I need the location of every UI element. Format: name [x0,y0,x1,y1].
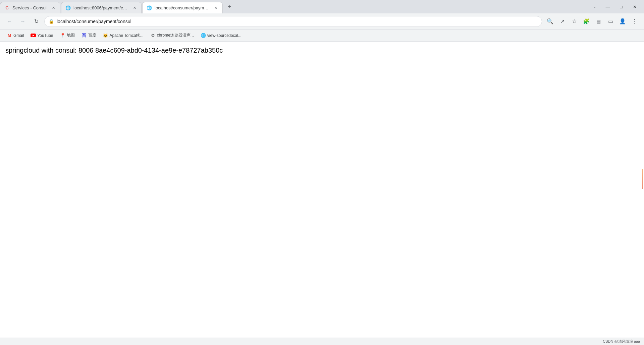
tab2-title: localhost:8006/payment/cons [73,5,129,10]
address-bar[interactable]: 🔒 localhost/consumer/payment/consul [44,16,542,27]
tab-manager-icon[interactable]: ▤ [593,16,604,27]
page-main-text: springcloud with consul: 8006 8ae4c609-a… [5,46,639,55]
tab1-favicon: C [4,5,10,11]
extensions-icon[interactable]: 🧩 [581,16,592,27]
maximize-button[interactable]: □ [614,0,628,13]
tab3-favicon: 🌐 [147,5,152,11]
bookmark-gmail[interactable]: M Gmail [4,31,26,40]
url-display: localhost/consumer/payment/consul [57,19,538,24]
tab1-title: Services - Consul [12,5,48,10]
view-source-favicon-icon: 🌐 [201,33,206,38]
bookmark-view-source[interactable]: 🌐 view-source:local... [198,31,244,40]
tabs-container: C Services - Consul ✕ 🌐 localhost:8006/p… [0,0,585,13]
tab-payment-8006[interactable]: 🌐 localhost:8006/payment/cons ✕ [61,2,142,13]
back-button[interactable]: ← [4,16,15,27]
tab-consumer-payment[interactable]: 🌐 localhost/consumer/payment/ ✕ [142,2,223,13]
gmail-favicon-icon: M [7,33,12,38]
bookmark-youtube-label: YouTube [37,33,53,38]
status-bar: CSDN @清风微浪 aaa [0,338,644,345]
sidebar-icon[interactable]: ▭ [605,16,616,27]
search-icon[interactable]: 🔍 [545,16,555,27]
chrome-favicon-icon: ⚙ [150,33,156,38]
bookmark-baidu-label: 百度 [88,33,96,38]
bookmark-youtube[interactable]: ▶ YouTube [28,31,56,40]
menu-icon[interactable]: ⋮ [629,16,640,27]
minimize-button[interactable]: — [601,0,614,13]
title-bar: C Services - Consul ✕ 🌐 localhost:8006/p… [0,0,644,13]
tab3-title: localhost/consumer/payment/ [155,5,210,10]
tab2-close-button[interactable]: ✕ [132,5,137,11]
close-button[interactable]: ✕ [628,0,641,13]
bookmark-gmail-label: Gmail [13,33,24,38]
bookmarks-bar: M Gmail ▶ YouTube 📍 地图 百 百度 🐱 [0,30,644,42]
tab2-favicon: 🌐 [65,5,71,11]
scrollbar[interactable] [641,42,644,338]
scrollbar-thumb[interactable] [642,169,643,189]
new-tab-button[interactable]: + [225,2,234,11]
bookmark-maps[interactable]: 📍 地图 [57,31,77,40]
tab-services-consul[interactable]: C Services - Consul ✕ [0,2,60,13]
window-controls: ⌄ — □ ✕ [585,0,644,13]
address-bar-row: ← → ↻ 🔒 localhost/consumer/payment/consu… [0,13,644,30]
tab3-close-button[interactable]: ✕ [213,5,218,11]
bookmark-baidu[interactable]: 百 百度 [79,31,99,40]
maps-favicon-icon: 📍 [60,33,65,38]
baidu-favicon-icon: 百 [82,33,87,38]
lock-icon: 🔒 [49,19,54,24]
tab1-close-button[interactable]: ✕ [51,5,56,11]
bookmark-tomcat[interactable]: 🐱 Apache Tomcat®... [100,31,146,40]
browser-window: C Services - Consul ✕ 🌐 localhost:8006/p… [0,0,644,345]
share-icon[interactable]: ↗ [557,16,568,27]
tomcat-favicon-icon: 🐱 [103,33,108,38]
forward-button[interactable]: → [17,16,28,27]
bookmark-chrome-label: chrome浏览器没声... [157,33,194,38]
bookmark-view-source-label: view-source:local... [207,33,241,38]
youtube-favicon-icon: ▶ [31,33,36,38]
bookmark-tomcat-label: Apache Tomcat®... [110,33,144,38]
bookmark-maps-label: 地图 [67,33,75,38]
reload-button[interactable]: ↻ [31,16,42,27]
page-content: springcloud with consul: 8006 8ae4c609-a… [0,42,644,338]
profile-icon[interactable]: 👤 [617,16,628,27]
bookmark-chrome-settings[interactable]: ⚙ chrome浏览器没声... [148,31,197,40]
tab-search-button[interactable]: ⌄ [588,0,601,13]
bookmark-icon[interactable]: ☆ [569,16,580,27]
status-text: CSDN @清风微浪 aaa [603,339,640,344]
toolbar-icons: 🔍 ↗ ☆ 🧩 ▤ ▭ 👤 ⋮ [545,16,640,27]
